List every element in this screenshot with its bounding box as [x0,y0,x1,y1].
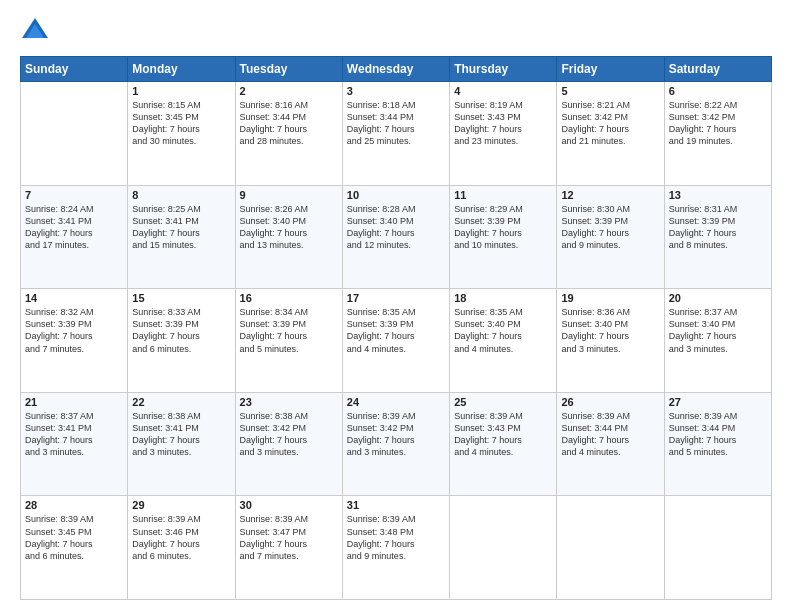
calendar-cell: 10Sunrise: 8:28 AM Sunset: 3:40 PM Dayli… [342,185,449,289]
day-info: Sunrise: 8:32 AM Sunset: 3:39 PM Dayligh… [25,306,123,355]
day-number: 21 [25,396,123,408]
header-row: SundayMondayTuesdayWednesdayThursdayFrid… [21,57,772,82]
day-info: Sunrise: 8:39 AM Sunset: 3:45 PM Dayligh… [25,513,123,562]
day-number: 30 [240,499,338,511]
calendar-cell: 18Sunrise: 8:35 AM Sunset: 3:40 PM Dayli… [450,289,557,393]
calendar-cell: 6Sunrise: 8:22 AM Sunset: 3:42 PM Daylig… [664,82,771,186]
calendar-cell: 20Sunrise: 8:37 AM Sunset: 3:40 PM Dayli… [664,289,771,393]
day-info: Sunrise: 8:16 AM Sunset: 3:44 PM Dayligh… [240,99,338,148]
day-info: Sunrise: 8:31 AM Sunset: 3:39 PM Dayligh… [669,203,767,252]
day-info: Sunrise: 8:26 AM Sunset: 3:40 PM Dayligh… [240,203,338,252]
calendar-cell: 31Sunrise: 8:39 AM Sunset: 3:48 PM Dayli… [342,496,449,600]
col-header-tuesday: Tuesday [235,57,342,82]
calendar-cell: 3Sunrise: 8:18 AM Sunset: 3:44 PM Daylig… [342,82,449,186]
calendar-cell: 12Sunrise: 8:30 AM Sunset: 3:39 PM Dayli… [557,185,664,289]
calendar-cell [664,496,771,600]
day-info: Sunrise: 8:39 AM Sunset: 3:48 PM Dayligh… [347,513,445,562]
day-number: 6 [669,85,767,97]
day-number: 13 [669,189,767,201]
calendar-cell: 17Sunrise: 8:35 AM Sunset: 3:39 PM Dayli… [342,289,449,393]
calendar-cell: 24Sunrise: 8:39 AM Sunset: 3:42 PM Dayli… [342,392,449,496]
calendar-cell: 1Sunrise: 8:15 AM Sunset: 3:45 PM Daylig… [128,82,235,186]
calendar-cell: 19Sunrise: 8:36 AM Sunset: 3:40 PM Dayli… [557,289,664,393]
calendar-cell: 15Sunrise: 8:33 AM Sunset: 3:39 PM Dayli… [128,289,235,393]
calendar-cell [557,496,664,600]
day-info: Sunrise: 8:38 AM Sunset: 3:41 PM Dayligh… [132,410,230,459]
logo [20,16,54,46]
col-header-saturday: Saturday [664,57,771,82]
day-number: 22 [132,396,230,408]
day-info: Sunrise: 8:39 AM Sunset: 3:43 PM Dayligh… [454,410,552,459]
day-number: 8 [132,189,230,201]
day-number: 14 [25,292,123,304]
day-number: 23 [240,396,338,408]
col-header-friday: Friday [557,57,664,82]
day-number: 20 [669,292,767,304]
header [20,16,772,46]
col-header-sunday: Sunday [21,57,128,82]
calendar-cell: 7Sunrise: 8:24 AM Sunset: 3:41 PM Daylig… [21,185,128,289]
page: SundayMondayTuesdayWednesdayThursdayFrid… [0,0,792,612]
day-info: Sunrise: 8:39 AM Sunset: 3:46 PM Dayligh… [132,513,230,562]
day-info: Sunrise: 8:19 AM Sunset: 3:43 PM Dayligh… [454,99,552,148]
calendar-cell: 23Sunrise: 8:38 AM Sunset: 3:42 PM Dayli… [235,392,342,496]
day-info: Sunrise: 8:37 AM Sunset: 3:40 PM Dayligh… [669,306,767,355]
calendar-cell: 5Sunrise: 8:21 AM Sunset: 3:42 PM Daylig… [557,82,664,186]
day-info: Sunrise: 8:25 AM Sunset: 3:41 PM Dayligh… [132,203,230,252]
day-number: 27 [669,396,767,408]
day-info: Sunrise: 8:39 AM Sunset: 3:47 PM Dayligh… [240,513,338,562]
calendar-cell: 8Sunrise: 8:25 AM Sunset: 3:41 PM Daylig… [128,185,235,289]
day-number: 12 [561,189,659,201]
day-number: 3 [347,85,445,97]
week-row-4: 21Sunrise: 8:37 AM Sunset: 3:41 PM Dayli… [21,392,772,496]
day-number: 9 [240,189,338,201]
day-number: 1 [132,85,230,97]
day-number: 19 [561,292,659,304]
week-row-1: 1Sunrise: 8:15 AM Sunset: 3:45 PM Daylig… [21,82,772,186]
calendar-cell [450,496,557,600]
day-number: 5 [561,85,659,97]
week-row-5: 28Sunrise: 8:39 AM Sunset: 3:45 PM Dayli… [21,496,772,600]
day-info: Sunrise: 8:15 AM Sunset: 3:45 PM Dayligh… [132,99,230,148]
calendar-cell: 26Sunrise: 8:39 AM Sunset: 3:44 PM Dayli… [557,392,664,496]
day-number: 11 [454,189,552,201]
calendar-cell [21,82,128,186]
day-number: 4 [454,85,552,97]
day-info: Sunrise: 8:37 AM Sunset: 3:41 PM Dayligh… [25,410,123,459]
calendar-cell: 9Sunrise: 8:26 AM Sunset: 3:40 PM Daylig… [235,185,342,289]
day-info: Sunrise: 8:38 AM Sunset: 3:42 PM Dayligh… [240,410,338,459]
day-number: 26 [561,396,659,408]
day-number: 10 [347,189,445,201]
day-info: Sunrise: 8:35 AM Sunset: 3:40 PM Dayligh… [454,306,552,355]
day-number: 18 [454,292,552,304]
day-info: Sunrise: 8:35 AM Sunset: 3:39 PM Dayligh… [347,306,445,355]
day-info: Sunrise: 8:24 AM Sunset: 3:41 PM Dayligh… [25,203,123,252]
day-number: 29 [132,499,230,511]
day-info: Sunrise: 8:33 AM Sunset: 3:39 PM Dayligh… [132,306,230,355]
calendar-cell: 21Sunrise: 8:37 AM Sunset: 3:41 PM Dayli… [21,392,128,496]
logo-icon [20,16,50,46]
calendar-cell: 16Sunrise: 8:34 AM Sunset: 3:39 PM Dayli… [235,289,342,393]
day-info: Sunrise: 8:18 AM Sunset: 3:44 PM Dayligh… [347,99,445,148]
calendar-cell: 13Sunrise: 8:31 AM Sunset: 3:39 PM Dayli… [664,185,771,289]
day-info: Sunrise: 8:39 AM Sunset: 3:42 PM Dayligh… [347,410,445,459]
col-header-monday: Monday [128,57,235,82]
day-number: 17 [347,292,445,304]
day-info: Sunrise: 8:30 AM Sunset: 3:39 PM Dayligh… [561,203,659,252]
day-number: 28 [25,499,123,511]
calendar-cell: 28Sunrise: 8:39 AM Sunset: 3:45 PM Dayli… [21,496,128,600]
day-info: Sunrise: 8:28 AM Sunset: 3:40 PM Dayligh… [347,203,445,252]
week-row-2: 7Sunrise: 8:24 AM Sunset: 3:41 PM Daylig… [21,185,772,289]
calendar-cell: 22Sunrise: 8:38 AM Sunset: 3:41 PM Dayli… [128,392,235,496]
day-info: Sunrise: 8:36 AM Sunset: 3:40 PM Dayligh… [561,306,659,355]
day-number: 15 [132,292,230,304]
calendar-cell: 2Sunrise: 8:16 AM Sunset: 3:44 PM Daylig… [235,82,342,186]
calendar-cell: 11Sunrise: 8:29 AM Sunset: 3:39 PM Dayli… [450,185,557,289]
day-info: Sunrise: 8:21 AM Sunset: 3:42 PM Dayligh… [561,99,659,148]
calendar-cell: 27Sunrise: 8:39 AM Sunset: 3:44 PM Dayli… [664,392,771,496]
calendar-cell: 25Sunrise: 8:39 AM Sunset: 3:43 PM Dayli… [450,392,557,496]
day-info: Sunrise: 8:34 AM Sunset: 3:39 PM Dayligh… [240,306,338,355]
day-number: 16 [240,292,338,304]
day-number: 24 [347,396,445,408]
day-info: Sunrise: 8:39 AM Sunset: 3:44 PM Dayligh… [669,410,767,459]
